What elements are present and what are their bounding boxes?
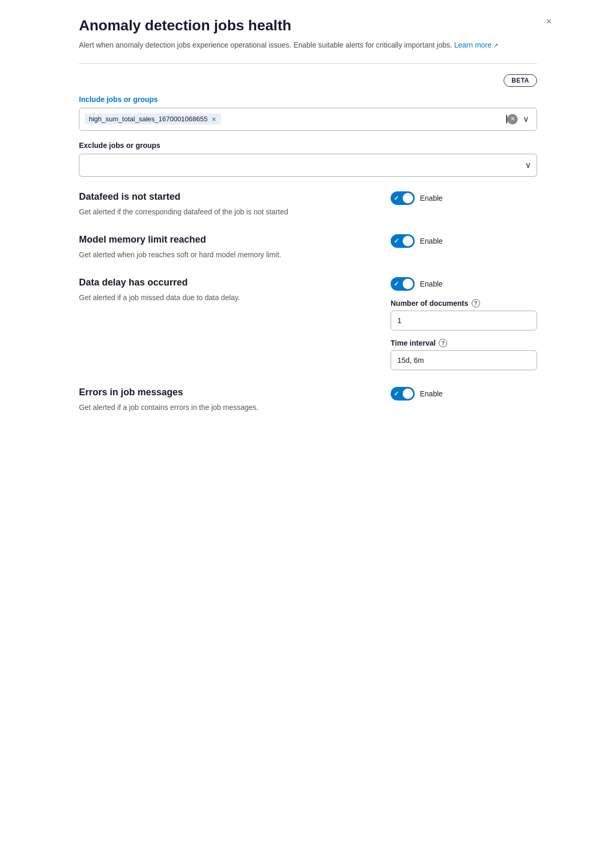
section-data-delay: Data delay has occurred Get alerted if a… <box>79 277 537 370</box>
section-datafeed: Datafeed is not started Get alerted if t… <box>79 191 537 218</box>
errors-slider: ✓ <box>391 387 415 401</box>
memory-slider: ✓ <box>391 234 415 248</box>
errors-toggle[interactable]: ✓ <box>391 387 415 401</box>
data-delay-slider: ✓ <box>391 277 415 291</box>
sections-container: Datafeed is not started Get alerted if t… <box>79 191 537 413</box>
datafeed-slider: ✓ <box>391 191 415 205</box>
close-button[interactable]: × <box>544 15 554 28</box>
data-delay-toggle-label: Enable <box>420 280 443 288</box>
include-text-input[interactable] <box>224 115 505 123</box>
section-memory: Model memory limit reached Get alerted w… <box>79 234 537 260</box>
data-delay-checkmark: ✓ <box>394 280 399 288</box>
dropdown-chevron[interactable]: ∨ <box>521 113 531 125</box>
datafeed-toggle[interactable]: ✓ <box>391 191 415 205</box>
datafeed-checkmark: ✓ <box>394 195 399 202</box>
errors-title: Errors in job messages <box>79 387 378 398</box>
include-label: Include jobs or groups <box>79 95 537 104</box>
data-delay-toggle[interactable]: ✓ <box>391 277 415 291</box>
memory-toggle-label: Enable <box>420 237 443 245</box>
clear-button[interactable]: ✕ <box>507 114 518 124</box>
errors-checkmark: ✓ <box>394 390 399 397</box>
beta-row: BETA <box>79 74 537 87</box>
errors-desc: Get alerted if a job contains errors in … <box>79 402 378 413</box>
exclude-text-input[interactable] <box>85 161 525 169</box>
time-interval-help-icon[interactable]: ? <box>439 339 447 347</box>
section-data-delay-right: ✓ Enable Number of documents ? T <box>391 277 537 370</box>
page-title: Anomaly detection jobs health <box>79 17 537 35</box>
exclude-chevron: ∨ <box>525 160 531 170</box>
memory-checkmark: ✓ <box>394 237 399 245</box>
section-memory-left: Model memory limit reached Get alerted w… <box>79 234 378 260</box>
include-combo[interactable]: high_sum_total_sales_1670001068655 × ✕ ∨ <box>79 108 537 131</box>
divider <box>79 63 537 64</box>
exclude-label: Exclude jobs or groups <box>79 141 537 150</box>
data-delay-title: Data delay has occurred <box>79 277 378 288</box>
memory-toggle-row: ✓ Enable <box>391 234 537 248</box>
exclude-combo[interactable]: ∨ <box>79 154 537 177</box>
section-datafeed-right: ✓ Enable <box>391 191 537 205</box>
errors-toggle-row: ✓ Enable <box>391 387 537 401</box>
learn-more-link[interactable]: Learn more <box>454 41 499 49</box>
memory-toggle[interactable]: ✓ <box>391 234 415 248</box>
datafeed-desc: Get alerted if the corresponding datafee… <box>79 207 378 218</box>
page-subtitle: Alert when anomaly detection jobs experi… <box>79 40 537 51</box>
main-panel: × Anomaly detection jobs health Alert wh… <box>62 0 554 846</box>
memory-title: Model memory limit reached <box>79 234 378 245</box>
memory-desc: Get alerted when job reaches soft or har… <box>79 249 378 260</box>
section-errors-right: ✓ Enable <box>391 387 537 401</box>
section-memory-right: ✓ Enable <box>391 234 537 248</box>
num-documents-help-icon[interactable]: ? <box>472 299 480 307</box>
section-data-delay-left: Data delay has occurred Get alerted if a… <box>79 277 378 303</box>
section-datafeed-left: Datafeed is not started Get alerted if t… <box>79 191 378 218</box>
datafeed-toggle-label: Enable <box>420 194 443 202</box>
data-delay-toggle-row: ✓ Enable <box>391 277 537 291</box>
data-delay-desc: Get alerted if a job missed data due to … <box>79 292 378 303</box>
section-errors-left: Errors in job messages Get alerted if a … <box>79 387 378 413</box>
datafeed-title: Datafeed is not started <box>79 191 378 202</box>
combo-icons: ✕ ∨ <box>507 113 531 125</box>
include-tag: high_sum_total_sales_1670001068655 × <box>85 113 221 124</box>
beta-badge: BETA <box>504 74 537 87</box>
num-documents-label: Number of documents ? <box>391 299 537 307</box>
include-tag-value: high_sum_total_sales_1670001068655 <box>89 115 208 123</box>
time-interval-label: Time interval ? <box>391 339 537 347</box>
datafeed-toggle-row: ✓ Enable <box>391 191 537 205</box>
time-interval-field: Time interval ? <box>391 339 537 370</box>
errors-toggle-label: Enable <box>420 390 443 398</box>
num-documents-input[interactable] <box>391 311 537 330</box>
time-interval-input[interactable] <box>391 350 537 370</box>
section-errors: Errors in job messages Get alerted if a … <box>79 387 537 413</box>
include-tag-remove[interactable]: × <box>211 116 217 123</box>
num-documents-field: Number of documents ? <box>391 299 537 330</box>
